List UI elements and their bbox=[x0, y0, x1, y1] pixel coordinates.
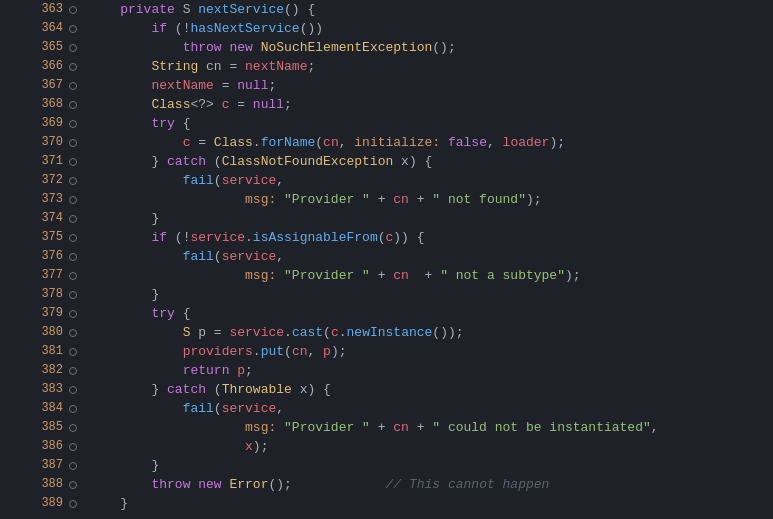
breakpoint-indicator[interactable] bbox=[69, 253, 77, 261]
line-number: 383 bbox=[0, 380, 77, 399]
token-plain: , bbox=[276, 399, 284, 418]
code-line: nextName = null; bbox=[89, 76, 773, 95]
token-var: p bbox=[237, 361, 245, 380]
breakpoint-indicator[interactable] bbox=[69, 481, 77, 489]
token-exc: ClassNotFoundException bbox=[222, 152, 394, 171]
token-plain bbox=[222, 475, 230, 494]
line-num-text: 372 bbox=[35, 171, 63, 190]
breakpoint-indicator[interactable] bbox=[69, 310, 77, 318]
breakpoint-indicator[interactable] bbox=[69, 63, 77, 71]
token-plain: } bbox=[89, 285, 159, 304]
line-num-text: 366 bbox=[35, 57, 63, 76]
token-var: service bbox=[222, 247, 277, 266]
token-plain: } bbox=[89, 209, 159, 228]
token-method-name: nextService bbox=[198, 0, 284, 19]
token-kw: try bbox=[151, 114, 174, 133]
breakpoint-indicator[interactable] bbox=[69, 367, 77, 375]
breakpoint-indicator[interactable] bbox=[69, 424, 77, 432]
token-param: msg: bbox=[245, 190, 276, 209]
token-var: c bbox=[331, 323, 339, 342]
code-line: c = Class.forName(cn, initialize: false,… bbox=[89, 133, 773, 152]
token-plain: () { bbox=[284, 0, 315, 19]
token-cls: Class bbox=[151, 95, 190, 114]
breakpoint-indicator[interactable] bbox=[69, 44, 77, 52]
code-content[interactable]: private S nextService() { if (!hasNextSe… bbox=[85, 0, 773, 519]
token-cls: String bbox=[151, 57, 198, 76]
token-plain: ( bbox=[284, 342, 292, 361]
token-kw: null bbox=[237, 76, 268, 95]
token-exc: NoSuchElementException bbox=[261, 38, 433, 57]
token-plain: cn = bbox=[198, 57, 245, 76]
breakpoint-indicator[interactable] bbox=[69, 139, 77, 147]
token-kw: private bbox=[120, 0, 175, 19]
line-number: 372 bbox=[0, 171, 77, 190]
token-kw: if bbox=[151, 19, 167, 38]
line-number: 379 bbox=[0, 304, 77, 323]
code-line: fail(service, bbox=[89, 171, 773, 190]
token-plain: = bbox=[214, 76, 237, 95]
line-number: 380 bbox=[0, 323, 77, 342]
token-plain: , bbox=[276, 247, 284, 266]
breakpoint-indicator[interactable] bbox=[69, 101, 77, 109]
line-number: 365 bbox=[0, 38, 77, 57]
token-fn: fail bbox=[183, 171, 214, 190]
breakpoint-indicator[interactable] bbox=[69, 158, 77, 166]
code-line: } catch (Throwable x) { bbox=[89, 380, 773, 399]
breakpoint-indicator[interactable] bbox=[69, 234, 77, 242]
line-number: 367 bbox=[0, 76, 77, 95]
code-line: if (!service.isAssignableFrom(c)) { bbox=[89, 228, 773, 247]
line-number: 370 bbox=[0, 133, 77, 152]
code-line: String cn = nextName; bbox=[89, 57, 773, 76]
breakpoint-indicator[interactable] bbox=[69, 291, 77, 299]
token-plain: ; bbox=[268, 76, 276, 95]
token-kw: throw bbox=[151, 475, 190, 494]
line-num-text: 371 bbox=[35, 152, 63, 171]
token-fn: put bbox=[261, 342, 284, 361]
token-plain bbox=[190, 475, 198, 494]
token-param: initialize: bbox=[354, 133, 440, 152]
line-num-text: 378 bbox=[35, 285, 63, 304]
breakpoint-indicator[interactable] bbox=[69, 500, 77, 508]
breakpoint-indicator[interactable] bbox=[69, 215, 77, 223]
breakpoint-indicator[interactable] bbox=[69, 25, 77, 33]
line-num-text: 370 bbox=[35, 133, 63, 152]
breakpoint-indicator[interactable] bbox=[69, 82, 77, 90]
token-param: msg: bbox=[245, 266, 276, 285]
breakpoint-indicator[interactable] bbox=[69, 405, 77, 413]
token-var: x bbox=[245, 437, 253, 456]
breakpoint-indicator[interactable] bbox=[69, 177, 77, 185]
code-line: msg: "Provider " + cn + " not found"); bbox=[89, 190, 773, 209]
token-fn: hasNextService bbox=[190, 19, 299, 38]
token-var: service bbox=[190, 228, 245, 247]
token-plain: ; bbox=[245, 361, 253, 380]
line-num-text: 384 bbox=[35, 399, 63, 418]
breakpoint-indicator[interactable] bbox=[69, 386, 77, 394]
breakpoint-indicator[interactable] bbox=[69, 348, 77, 356]
line-number: 363 bbox=[0, 0, 77, 19]
breakpoint-indicator[interactable] bbox=[69, 272, 77, 280]
breakpoint-indicator[interactable] bbox=[69, 196, 77, 204]
token-plain: . bbox=[253, 133, 261, 152]
token-str: "Provider " bbox=[284, 190, 370, 209]
token-plain bbox=[440, 133, 448, 152]
breakpoint-indicator[interactable] bbox=[69, 6, 77, 14]
token-cls: S bbox=[183, 323, 191, 342]
breakpoint-indicator[interactable] bbox=[69, 443, 77, 451]
breakpoint-indicator[interactable] bbox=[69, 329, 77, 337]
token-plain: } bbox=[89, 152, 167, 171]
token-plain: ); bbox=[253, 437, 269, 456]
breakpoint-indicator[interactable] bbox=[69, 120, 77, 128]
token-plain bbox=[89, 76, 151, 95]
token-plain bbox=[89, 0, 120, 19]
token-plain bbox=[229, 361, 237, 380]
token-plain bbox=[89, 399, 183, 418]
token-var: providers bbox=[183, 342, 253, 361]
line-num-text: 369 bbox=[35, 114, 63, 133]
token-plain: ; bbox=[307, 57, 315, 76]
line-number: 368 bbox=[0, 95, 77, 114]
token-plain bbox=[89, 266, 245, 285]
code-editor: 3633643653663673683693703713723733743753… bbox=[0, 0, 773, 519]
line-num-text: 364 bbox=[35, 19, 63, 38]
breakpoint-indicator[interactable] bbox=[69, 462, 77, 470]
token-plain: ); bbox=[526, 190, 542, 209]
